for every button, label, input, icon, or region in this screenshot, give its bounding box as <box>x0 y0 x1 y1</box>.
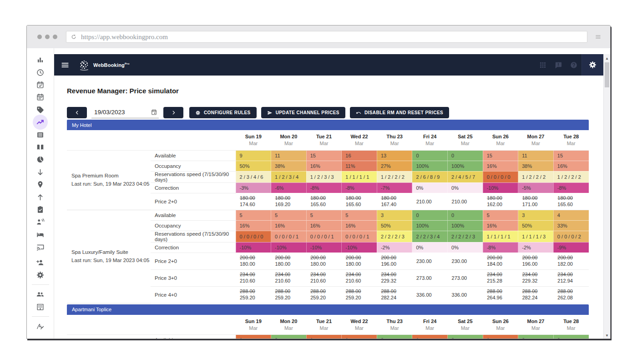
window-button[interactable] <box>37 35 42 39</box>
update-channel-prices-button[interactable]: UPDATE CHANNEL PRICES <box>261 107 345 118</box>
price-cell[interactable]: 180.00165.60 <box>342 193 377 210</box>
price-cell[interactable]: 234.00215.28 <box>483 269 518 286</box>
sidebar-item-cast[interactable] <box>33 241 48 253</box>
price-cell[interactable]: 234.00210.60 <box>306 269 342 286</box>
sidebar-item-pie-chart[interactable] <box>33 153 48 166</box>
price-cell[interactable]: 288.00259.20 <box>306 286 342 303</box>
apps-grid-button[interactable] <box>535 54 551 76</box>
price-cell[interactable]: 180.00165.60 <box>553 193 589 210</box>
row-label: Price 2+0 <box>151 193 236 210</box>
price-cell[interactable]: 180.00162.00 <box>483 193 518 210</box>
scroll-up-button[interactable]: ▲ <box>604 55 610 61</box>
sidebar-item-gear[interactable] <box>33 269 48 281</box>
window-button[interactable] <box>53 35 57 39</box>
calendar-icon[interactable] <box>151 109 157 116</box>
sidebar-item-arrow-up[interactable] <box>33 191 48 203</box>
day-header-cell: Sun 19Mar <box>236 130 271 150</box>
price-cell[interactable]: 200.00196.00 <box>518 253 554 269</box>
price-cell[interactable]: 273.00 <box>448 269 483 286</box>
menu-icon[interactable] <box>61 61 70 70</box>
price-cell[interactable]: 288.00282.24 <box>377 286 412 303</box>
price-cell[interactable]: 336.00 <box>448 286 483 303</box>
price-cell[interactable]: 288.00282.24 <box>518 286 554 303</box>
sidebar-item-tag[interactable] <box>33 104 48 116</box>
date-input[interactable]: 19/03/2023 <box>91 107 159 118</box>
price-cell[interactable]: 288.00262.08 <box>553 286 589 303</box>
price-cell[interactable]: 234.00210.60 <box>271 269 307 286</box>
price-cell[interactable]: 180.00169.20 <box>271 193 307 210</box>
sidebar-item-clipboard-check[interactable] <box>33 203 48 216</box>
sidebar-item-list[interactable] <box>33 128 48 141</box>
list-icon <box>36 131 45 139</box>
url-bar[interactable]: https://app.webbookingpro.com <box>66 31 587 43</box>
price-cell[interactable]: 210.00 <box>412 193 448 210</box>
value-cell: 0% <box>448 242 483 253</box>
section-header[interactable]: My Hotel <box>67 120 589 130</box>
value-cell: -10% <box>306 242 342 253</box>
room-last-run: Last run: Sun, 19 Mar 2023 04:05 <box>71 180 151 188</box>
price-cell[interactable]: 234.00229.32 <box>377 269 412 286</box>
value-cell: 2 / 2 / 2 / 3 <box>448 231 483 242</box>
configure-rules-button[interactable]: CONFIGURE RULES <box>189 107 257 118</box>
sidebar-item-signature[interactable] <box>33 320 48 332</box>
value-cell: 5 <box>236 210 271 220</box>
price-cell[interactable]: 180.00165.60 <box>306 193 342 210</box>
scroll-thumb[interactable] <box>605 62 609 87</box>
price-cell[interactable]: 234.00210.60 <box>236 269 271 286</box>
sidebar-item-bar-chart[interactable] <box>33 54 48 66</box>
price-cell[interactable]: 230.00 <box>412 253 448 269</box>
value-cell: 1 / 2 / 3 / 3 <box>306 171 342 182</box>
gear-button[interactable] <box>581 54 603 76</box>
prev-day-button[interactable] <box>67 107 87 118</box>
help-button[interactable] <box>566 54 581 76</box>
browser-menu-icon[interactable] <box>594 34 602 40</box>
price-cell[interactable]: 180.00171.00 <box>518 193 554 210</box>
arrow-down-icon <box>36 168 45 177</box>
chat-alert-button[interactable] <box>551 54 566 76</box>
price-cell[interactable]: 273.00 <box>412 269 448 286</box>
price-cell[interactable]: 336.00 <box>412 286 448 303</box>
price-cell[interactable]: 200.00180.00 <box>271 253 307 269</box>
value-cell: -10% <box>342 242 377 253</box>
price-cell[interactable]: 200.00180.00 <box>342 253 377 269</box>
price-cell[interactable]: 200.00184.00 <box>483 253 518 269</box>
value-cell: 100% <box>412 220 448 231</box>
price-cell[interactable]: 234.00229.32 <box>518 269 554 286</box>
price-cell[interactable]: 200.00180.00 <box>236 253 271 269</box>
price-cell[interactable]: 200.00182.00 <box>553 253 589 269</box>
price-cell[interactable]: 180.00174.60 <box>236 193 271 210</box>
value-cell: 1 / 2 / 3 / 4 <box>271 171 307 182</box>
sidebar-item-trending-up[interactable] <box>33 115 48 130</box>
sidebar-item-book[interactable] <box>33 141 48 153</box>
price-cell[interactable]: 200.00196.00 <box>377 253 412 269</box>
scrollbar[interactable]: ▲ ▼ <box>603 54 610 339</box>
sidebar-item-person-add[interactable] <box>33 256 48 268</box>
value-cell: 0 <box>553 335 589 339</box>
sidebar-item-map-pin[interactable] <box>33 178 48 191</box>
sidebar-item-person-voice[interactable] <box>33 216 48 228</box>
section-header[interactable]: Apartmani Toplice <box>67 304 589 315</box>
sidebar-item-calendar-check[interactable] <box>33 79 48 91</box>
price-cell[interactable]: 234.00212.94 <box>553 269 589 286</box>
sidebar-item-building[interactable] <box>33 300 48 313</box>
price-cell[interactable]: 180.00167.40 <box>377 193 412 210</box>
sidebar-item-calendar[interactable] <box>33 91 48 103</box>
price-cell[interactable]: 234.00210.60 <box>342 269 377 286</box>
value-cell: 1 / 2 / 2 / 2 <box>377 171 412 182</box>
sidebar-item-people[interactable] <box>33 288 48 300</box>
next-day-button[interactable] <box>163 107 183 118</box>
sidebar-item-clock[interactable] <box>33 66 48 78</box>
sidebar-item-bed[interactable] <box>33 228 48 240</box>
price-cell[interactable]: 200.00180.00 <box>306 253 342 269</box>
price-cell[interactable]: 288.00264.96 <box>483 286 518 303</box>
price-cell[interactable]: 288.00259.20 <box>342 286 377 303</box>
sidebar-item-arrow-down[interactable] <box>33 166 48 178</box>
scroll-down-button[interactable]: ▼ <box>604 332 610 339</box>
price-cell[interactable]: 230.00 <box>448 253 483 269</box>
disable-rm-and-reset-prices-button[interactable]: DISABLE RM AND RESET PRICES <box>350 107 449 118</box>
reload-icon[interactable] <box>71 34 77 40</box>
price-cell[interactable]: 288.00259.20 <box>236 286 271 303</box>
price-cell[interactable]: 210.00 <box>448 193 483 210</box>
window-button[interactable] <box>45 35 50 39</box>
price-cell[interactable]: 288.00259.20 <box>271 286 307 303</box>
